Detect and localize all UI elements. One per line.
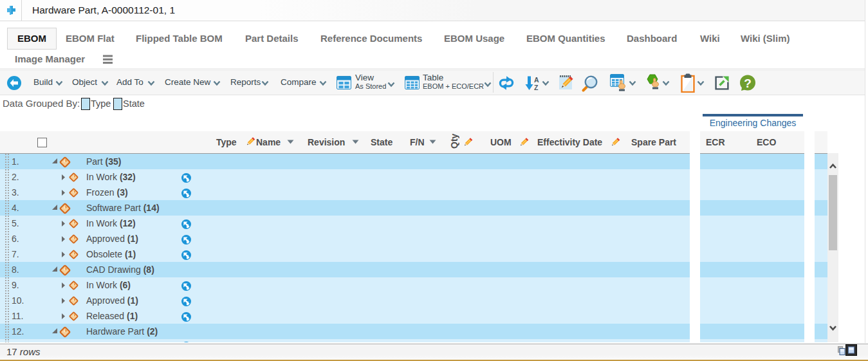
- svg-text:Z: Z: [534, 84, 539, 91]
- svg-text:?: ?: [744, 77, 752, 90]
- svg-text:A: A: [534, 76, 539, 84]
